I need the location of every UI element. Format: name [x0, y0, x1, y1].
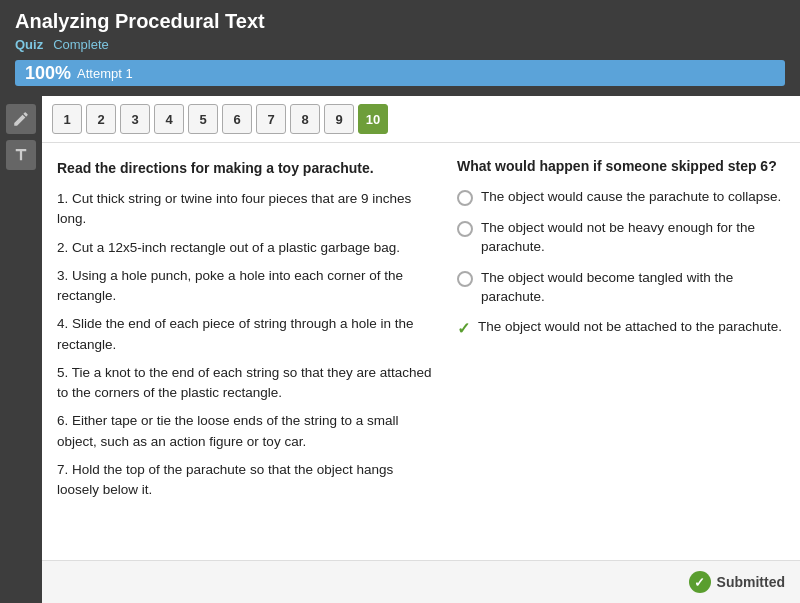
q-nav-btn-6[interactable]: 6 [222, 104, 252, 134]
step-5: 5. Tie a knot to the end of each string … [57, 363, 437, 404]
attempt-label: Attempt 1 [77, 66, 133, 81]
progress-percentage: 100% [25, 63, 71, 84]
correct-checkmark: ✓ [457, 319, 470, 338]
answer-text-1: The object would cause the parachute to … [481, 188, 781, 207]
submitted-label: Submitted [717, 574, 785, 590]
q-nav-btn-2[interactable]: 2 [86, 104, 116, 134]
step-3: 3. Using a hole punch, poke a hole into … [57, 266, 437, 307]
answer-option-1[interactable]: The object would cause the parachute to … [457, 188, 785, 207]
radio-3[interactable] [457, 271, 473, 287]
q-nav-btn-8[interactable]: 8 [290, 104, 320, 134]
sidebar [0, 96, 42, 603]
step-2: 2. Cut a 12x5-inch rectangle out of a pl… [57, 238, 437, 258]
page-title: Analyzing Procedural Text [15, 10, 785, 33]
submitted-icon: ✓ [689, 571, 711, 593]
quiz-label: Quiz [15, 37, 43, 52]
reading-title: Read the directions for making a toy par… [57, 158, 437, 179]
step-7: 7. Hold the top of the parachute so that… [57, 460, 437, 501]
radio-1[interactable] [457, 190, 473, 206]
question-text: What would happen if someone skipped ste… [457, 158, 785, 174]
q-nav-btn-7[interactable]: 7 [256, 104, 286, 134]
q-nav-btn-1[interactable]: 1 [52, 104, 82, 134]
right-column: What would happen if someone skipped ste… [457, 158, 785, 545]
body-layout: 12345678910 Read the directions for maki… [0, 96, 800, 603]
answer-text-2: The object would not be heavy enough for… [481, 219, 785, 257]
q-nav-btn-3[interactable]: 3 [120, 104, 150, 134]
submitted-badge: ✓ Submitted [689, 571, 785, 593]
content-scroll-area[interactable]: Read the directions for making a toy par… [42, 143, 800, 560]
footer: ✓ Submitted [42, 560, 800, 603]
q-nav-btn-9[interactable]: 9 [324, 104, 354, 134]
text-icon[interactable] [6, 140, 36, 170]
answer-text-4: The object would not be attached to the … [478, 318, 782, 337]
q-nav-btn-5[interactable]: 5 [188, 104, 218, 134]
step-6: 6. Either tape or tie the loose ends of … [57, 411, 437, 452]
pencil-icon[interactable] [6, 104, 36, 134]
answer-option-2[interactable]: The object would not be heavy enough for… [457, 219, 785, 257]
quiz-status: Complete [53, 37, 109, 52]
left-column: Read the directions for making a toy par… [57, 158, 437, 545]
progress-bar: 100% Attempt 1 [15, 60, 785, 86]
answer-option-4[interactable]: ✓ The object would not be attached to th… [457, 318, 785, 338]
content-body: Read the directions for making a toy par… [42, 143, 800, 560]
q-nav-btn-10[interactable]: 10 [358, 104, 388, 134]
radio-2[interactable] [457, 221, 473, 237]
progress-bar-container: 100% Attempt 1 [0, 60, 800, 96]
step-1: 1. Cut thick string or twine into four p… [57, 189, 437, 230]
step-4: 4. Slide the end of each piece of string… [57, 314, 437, 355]
two-column-layout: Read the directions for making a toy par… [42, 143, 800, 560]
answer-text-3: The object would become tangled with the… [481, 269, 785, 307]
main-content: 12345678910 Read the directions for maki… [42, 96, 800, 603]
answer-option-3[interactable]: The object would become tangled with the… [457, 269, 785, 307]
header: Analyzing Procedural Text Quiz Complete [0, 0, 800, 60]
header-subtitle: Quiz Complete [15, 37, 785, 52]
question-nav: 12345678910 [42, 96, 800, 143]
q-nav-btn-4[interactable]: 4 [154, 104, 184, 134]
